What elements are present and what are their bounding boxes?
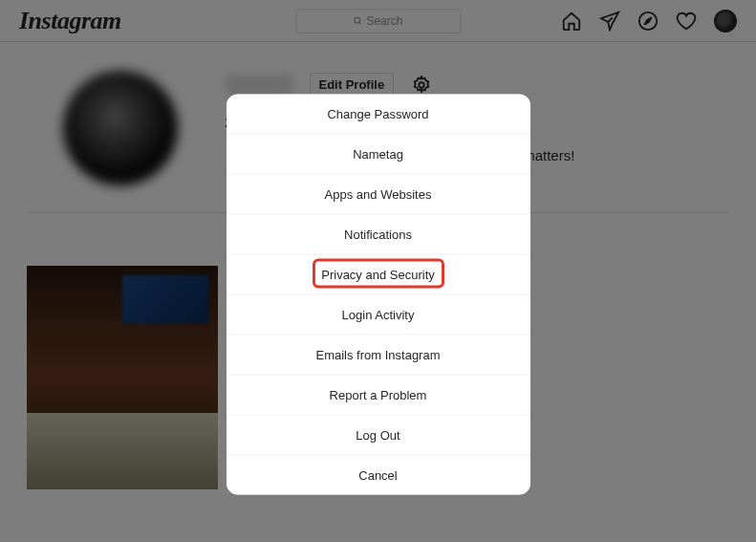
- modal-item-emails[interactable]: Emails from Instagram: [227, 334, 530, 374]
- modal-item-notifications[interactable]: Notifications: [227, 213, 530, 253]
- modal-item-change-password[interactable]: Change Password: [227, 94, 530, 133]
- modal-item-apps-websites[interactable]: Apps and Websites: [227, 173, 530, 213]
- settings-modal: Change Password Nametag Apps and Website…: [227, 94, 530, 494]
- modal-item-privacy-security[interactable]: Privacy and Security: [227, 253, 530, 293]
- modal-item-login-activity[interactable]: Login Activity: [227, 293, 530, 334]
- modal-item-nametag[interactable]: Nametag: [227, 133, 530, 173]
- modal-item-log-out[interactable]: Log Out: [227, 414, 530, 454]
- modal-item-report-problem[interactable]: Report a Problem: [227, 374, 530, 414]
- modal-item-cancel[interactable]: Cancel: [227, 454, 530, 494]
